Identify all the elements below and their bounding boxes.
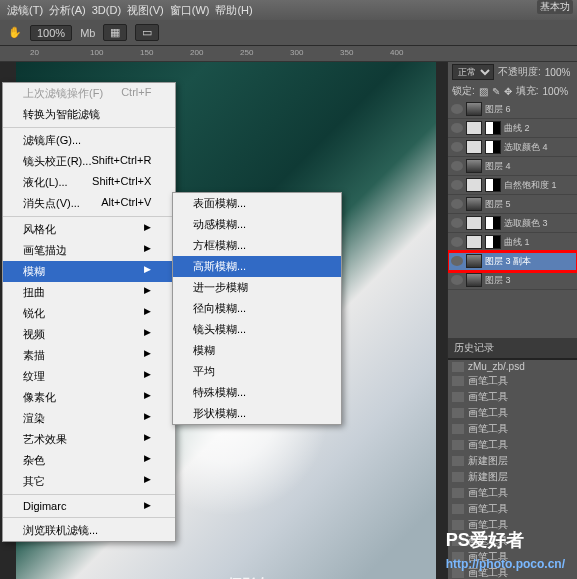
menu-item[interactable]: 艺术效果▶ xyxy=(3,429,175,450)
submenu-item[interactable]: 形状模糊... xyxy=(173,403,341,424)
screen-mode-icon[interactable]: ▭ xyxy=(135,24,159,41)
zoom-level[interactable]: 100% xyxy=(30,25,72,41)
layer-mask-thumbnail[interactable] xyxy=(485,216,501,230)
menu-item[interactable]: 杂色▶ xyxy=(3,450,175,471)
menu-item[interactable]: 渲染▶ xyxy=(3,408,175,429)
layer-thumbnail[interactable] xyxy=(466,254,482,268)
opacity-value[interactable]: 100% xyxy=(545,67,571,78)
layer-mask-thumbnail[interactable] xyxy=(485,140,501,154)
visibility-icon[interactable] xyxy=(451,275,463,285)
submenu-item[interactable]: 表面模糊... xyxy=(173,193,341,214)
menu-analysis[interactable]: 分析(A) xyxy=(46,3,89,18)
menu-item[interactable]: 其它▶ xyxy=(3,471,175,492)
submenu-item[interactable]: 高斯模糊... xyxy=(173,256,341,277)
history-step[interactable]: 新建图层 xyxy=(448,453,577,469)
menu-window[interactable]: 窗口(W) xyxy=(167,3,213,18)
history-step[interactable]: 画笔工具 xyxy=(448,405,577,421)
layer-thumbnail[interactable] xyxy=(466,140,482,154)
layer-thumbnail[interactable] xyxy=(466,197,482,211)
menu-item[interactable]: 液化(L)...Shift+Ctrl+X xyxy=(3,172,175,193)
layer-name[interactable]: 曲线 2 xyxy=(504,122,530,135)
grid-icon[interactable]: ▦ xyxy=(103,24,127,41)
history-snapshot[interactable]: zMu_zb/.psd xyxy=(448,360,577,373)
layer-thumbnail[interactable] xyxy=(466,159,482,173)
history-panel-header[interactable]: 历史记录 xyxy=(448,338,577,359)
layer-row[interactable]: 自然饱和度 1 xyxy=(448,176,577,195)
history-step[interactable]: 新建图层 xyxy=(448,469,577,485)
filter-menu-dropdown[interactable]: 上次滤镜操作(F)Ctrl+F转换为智能滤镜滤镜库(G)...镜头校正(R)..… xyxy=(2,82,176,542)
visibility-icon[interactable] xyxy=(451,180,463,190)
visibility-icon[interactable] xyxy=(451,218,463,228)
submenu-item[interactable]: 特殊模糊... xyxy=(173,382,341,403)
application-menubar[interactable]: 滤镜(T) 分析(A) 3D(D) 视图(V) 窗口(W) 帮助(H) 基本功 xyxy=(0,0,577,20)
layer-thumbnail[interactable] xyxy=(466,216,482,230)
lock-pixels-icon[interactable]: ✎ xyxy=(492,86,500,97)
menu-item[interactable]: 风格化▶ xyxy=(3,219,175,240)
layer-row[interactable]: 图层 4 xyxy=(448,157,577,176)
visibility-icon[interactable] xyxy=(451,142,463,152)
menu-3d[interactable]: 3D(D) xyxy=(89,4,124,16)
menu-item[interactable]: 像素化▶ xyxy=(3,387,175,408)
layer-row[interactable]: 曲线 2 xyxy=(448,119,577,138)
visibility-icon[interactable] xyxy=(451,161,463,171)
blend-mode-select[interactable]: 正常 xyxy=(452,64,494,80)
layer-name[interactable]: 曲线 1 xyxy=(504,236,530,249)
submenu-item[interactable]: 进一步模糊 xyxy=(173,277,341,298)
layer-name[interactable]: 自然饱和度 1 xyxy=(504,179,557,192)
submenu-item[interactable]: 模糊 xyxy=(173,340,341,361)
layer-name[interactable]: 选取颜色 3 xyxy=(504,217,548,230)
menu-item[interactable]: 锐化▶ xyxy=(3,303,175,324)
lock-position-icon[interactable]: ✥ xyxy=(504,86,512,97)
layer-row[interactable]: 图层 5 xyxy=(448,195,577,214)
submenu-item[interactable]: 方框模糊... xyxy=(173,235,341,256)
menu-item[interactable]: 消失点(V)...Alt+Ctrl+V xyxy=(3,193,175,214)
layer-thumbnail[interactable] xyxy=(466,235,482,249)
submenu-item[interactable]: 动感模糊... xyxy=(173,214,341,235)
menu-item[interactable]: Digimarc▶ xyxy=(3,497,175,515)
history-step[interactable]: 画笔工具 xyxy=(448,437,577,453)
submenu-item[interactable]: 镜头模糊... xyxy=(173,319,341,340)
layer-row[interactable]: 图层 3 xyxy=(448,271,577,290)
menu-item[interactable]: 滤镜库(G)... xyxy=(3,130,175,151)
layer-mask-thumbnail[interactable] xyxy=(485,121,501,135)
menu-item[interactable]: 扭曲▶ xyxy=(3,282,175,303)
history-step[interactable]: 画笔工具 xyxy=(448,501,577,517)
layer-name[interactable]: 图层 4 xyxy=(485,160,511,173)
visibility-icon[interactable] xyxy=(451,199,463,209)
layer-row[interactable]: 曲线 1 xyxy=(448,233,577,252)
layer-mask-thumbnail[interactable] xyxy=(485,235,501,249)
history-step[interactable]: 画笔工具 xyxy=(448,389,577,405)
history-step[interactable]: 画笔工具 xyxy=(448,373,577,389)
menu-item[interactable]: 视频▶ xyxy=(3,324,175,345)
layer-row[interactable]: 图层 3 副本 xyxy=(448,252,577,271)
layer-mask-thumbnail[interactable] xyxy=(485,178,501,192)
workspace-switcher[interactable]: 基本功 xyxy=(537,0,573,14)
menu-filter[interactable]: 滤镜(T) xyxy=(4,3,46,18)
menu-item[interactable]: 纹理▶ xyxy=(3,366,175,387)
menu-item[interactable]: 模糊▶ xyxy=(3,261,175,282)
hand-tool-icon[interactable]: ✋ xyxy=(8,26,22,39)
menu-help[interactable]: 帮助(H) xyxy=(212,3,255,18)
layer-name[interactable]: 图层 5 xyxy=(485,198,511,211)
layer-row[interactable]: 图层 6 xyxy=(448,100,577,119)
menu-item[interactable]: 画笔描边▶ xyxy=(3,240,175,261)
fill-value[interactable]: 100% xyxy=(543,86,569,97)
history-step[interactable]: 画笔工具 xyxy=(448,421,577,437)
layer-name[interactable]: 图层 6 xyxy=(485,103,511,116)
menu-item[interactable]: 浏览联机滤镜... xyxy=(3,520,175,541)
menu-item[interactable]: 转换为智能滤镜 xyxy=(3,104,175,125)
visibility-icon[interactable] xyxy=(451,123,463,133)
layer-thumbnail[interactable] xyxy=(466,102,482,116)
layer-name[interactable]: 选取颜色 4 xyxy=(504,141,548,154)
document-canvas[interactable]: POCO 摄影专 上次滤镜操作(F)Ctrl+F转换为智能滤镜滤镜库(G)...… xyxy=(0,62,447,579)
menu-view[interactable]: 视图(V) xyxy=(124,3,167,18)
layer-thumbnail[interactable] xyxy=(466,178,482,192)
visibility-icon[interactable] xyxy=(451,256,463,266)
menu-item[interactable]: 素描▶ xyxy=(3,345,175,366)
menu-item[interactable]: 上次滤镜操作(F)Ctrl+F xyxy=(3,83,175,104)
layers-panel[interactable]: 图层 6曲线 2选取颜色 4图层 4自然饱和度 1图层 5选取颜色 3曲线 1图… xyxy=(448,100,577,338)
submenu-item[interactable]: 平均 xyxy=(173,361,341,382)
layer-thumbnail[interactable] xyxy=(466,273,482,287)
layer-thumbnail[interactable] xyxy=(466,121,482,135)
visibility-icon[interactable] xyxy=(451,237,463,247)
